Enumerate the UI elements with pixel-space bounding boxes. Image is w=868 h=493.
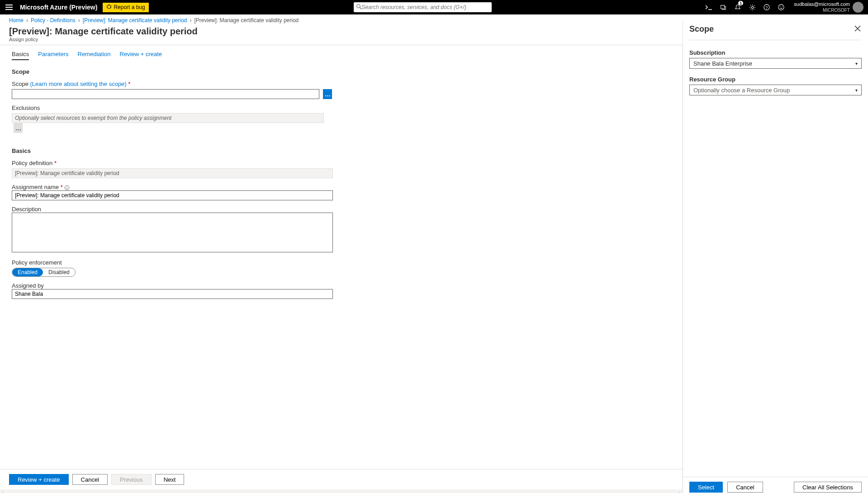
svg-point-16 (778, 5, 784, 10)
breadcrumb-home[interactable]: Home (9, 17, 24, 24)
scope-picker-button[interactable]: … (323, 89, 332, 99)
chevron-down-icon: ▾ (855, 61, 858, 66)
subscription-label: Subscription (689, 49, 862, 56)
search-input[interactable] (362, 4, 492, 10)
scope-learn-more-link[interactable]: (Learn more about setting the scope) (30, 81, 127, 87)
horizontal-scrollbar[interactable]: ‹› (0, 489, 682, 493)
report-bug-button[interactable]: Report a bug (103, 3, 148, 12)
svg-line-6 (110, 5, 111, 6)
svg-line-7 (107, 7, 108, 8)
description-input[interactable] (12, 213, 333, 252)
svg-rect-0 (5, 5, 13, 5)
enforcement-label: Policy enforcement (12, 259, 332, 266)
main-content: Basics Parameters Remediation Review + c… (0, 45, 683, 493)
panel-cancel-button[interactable]: Cancel (727, 482, 763, 493)
search-icon (356, 4, 362, 11)
brand-title: Microsoft Azure (Preview) (18, 4, 99, 11)
select-button[interactable]: Select (689, 482, 723, 493)
top-bar: Microsoft Azure (Preview) Report a bug 1… (0, 0, 868, 14)
help-icon[interactable]: ? (759, 0, 774, 14)
bug-icon (106, 4, 112, 11)
svg-point-9 (356, 4, 360, 8)
description-label: Description (12, 206, 332, 213)
scope-panel: Scope Subscription Shane Bala Enterprise… (683, 20, 868, 493)
panel-title: Scope (689, 24, 714, 34)
menu-icon[interactable] (0, 0, 18, 14)
resource-group-dropdown[interactable]: Optionally choose a Resource Group ▾ (689, 85, 862, 95)
svg-rect-1 (5, 7, 13, 8)
assigned-by-label: Assigned by (12, 282, 332, 289)
enforcement-toggle[interactable]: Enabled Disabled (12, 268, 76, 277)
topbar-actions: 1 ? sudbalas@microsoft.com MICROSOFT (702, 0, 868, 14)
settings-icon[interactable] (745, 0, 759, 14)
scope-input[interactable] (12, 89, 319, 99)
toggle-disabled[interactable]: Disabled (43, 268, 75, 276)
assignment-name-input[interactable] (12, 190, 333, 200)
svg-point-13 (751, 6, 754, 9)
account-info[interactable]: sudbalas@microsoft.com MICROSOFT (788, 1, 853, 13)
clear-selections-button[interactable]: Clear All Selections (794, 482, 862, 493)
previous-button: Previous (111, 474, 152, 485)
cancel-button[interactable]: Cancel (72, 474, 108, 485)
policy-definition-value: [Preview]: Manage certificate validity p… (12, 168, 333, 178)
notifications-icon[interactable]: 1 (730, 0, 745, 14)
svg-rect-21 (67, 187, 67, 189)
svg-point-18 (782, 6, 783, 7)
notification-badge: 1 (738, 1, 743, 5)
assigned-by-input[interactable] (12, 289, 333, 299)
tab-parameters[interactable]: Parameters (38, 49, 68, 60)
svg-text:?: ? (766, 5, 768, 10)
exclusions-picker-button: … (14, 123, 23, 133)
basics-section-header: Basics (12, 147, 332, 154)
subscription-dropdown[interactable]: Shane Bala Enterprise ▾ (689, 58, 862, 69)
svg-point-17 (780, 6, 780, 7)
scope-label: Scope (Learn more about setting the scop… (12, 81, 332, 87)
global-search[interactable] (354, 2, 492, 12)
tab-remediation[interactable]: Remediation (78, 49, 111, 60)
svg-point-20 (67, 186, 67, 187)
svg-point-3 (108, 5, 111, 9)
tab-basics[interactable]: Basics (12, 49, 29, 60)
close-icon[interactable] (854, 24, 862, 34)
next-button[interactable]: Next (155, 474, 185, 485)
toggle-enabled[interactable]: Enabled (12, 268, 43, 276)
cloudshell-icon[interactable] (702, 0, 716, 14)
breadcrumb-current: [Preview]: Manage certificate validity p… (194, 17, 299, 24)
feedback-icon[interactable] (774, 0, 788, 14)
tab-list: Basics Parameters Remediation Review + c… (12, 45, 332, 60)
svg-line-10 (360, 7, 361, 9)
svg-line-5 (107, 5, 108, 6)
directory-icon[interactable] (716, 0, 730, 14)
main-footer: Review + create Cancel Previous Next (0, 469, 682, 489)
policy-definition-label: Policy definition * (12, 160, 332, 166)
svg-line-8 (110, 7, 111, 8)
review-create-button[interactable]: Review + create (9, 474, 69, 485)
breadcrumb-preview[interactable]: [Preview]: Manage certificate validity p… (83, 17, 187, 24)
scope-section-header: Scope (12, 68, 332, 75)
assignment-name-label: Assignment name * (12, 184, 332, 190)
svg-rect-2 (5, 9, 13, 10)
exclusions-box: Optionally select resources to exempt fr… (12, 113, 324, 123)
exclusions-label: Exclusions (12, 104, 332, 111)
svg-rect-12 (721, 5, 725, 9)
avatar[interactable] (853, 2, 863, 13)
info-icon[interactable] (64, 185, 70, 190)
chevron-down-icon: ▾ (855, 88, 858, 93)
tab-review[interactable]: Review + create (120, 49, 162, 60)
breadcrumb-policy[interactable]: Policy - Definitions (31, 17, 76, 24)
resource-group-label: Resource Group (689, 76, 862, 83)
panel-footer: Select Cancel Clear All Selections (683, 477, 868, 493)
